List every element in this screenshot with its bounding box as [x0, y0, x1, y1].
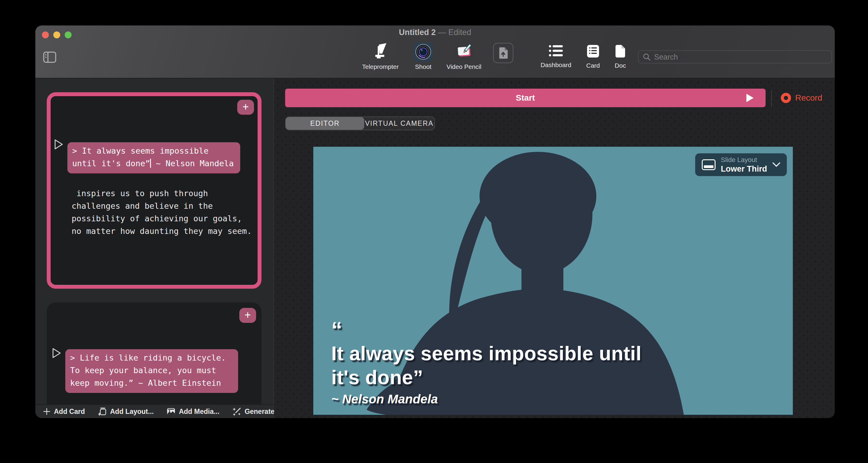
add-card-plus-button[interactable]: +	[237, 100, 254, 115]
magic-wand-icon	[233, 407, 241, 416]
card-list-icon	[587, 44, 599, 58]
app-window: Untitled 2 — Edited	[35, 26, 835, 418]
sidebar-toggle-icon	[43, 51, 56, 63]
record-button[interactable]: Record	[781, 89, 822, 107]
sidebar-footer: Add Card Add Layout...	[35, 404, 274, 418]
camera-lens-icon	[414, 42, 433, 61]
view-mode-tabs: EDITOR VIRTUAL CAMERA	[285, 117, 435, 130]
quote-attribution: ~ Nelson Mandela	[331, 392, 642, 407]
add-card-plus-button[interactable]: +	[239, 308, 256, 323]
record-dot-icon	[781, 93, 791, 103]
chevron-down-icon	[772, 162, 780, 167]
toolbar-label: Card	[586, 62, 600, 69]
highlighted-quote: > Life is like riding a bicycle. To keep…	[65, 349, 238, 393]
search-field[interactable]	[638, 50, 832, 63]
document-title: Untitled 2	[399, 28, 436, 37]
view-dashboard[interactable]: Dashboard	[536, 44, 576, 69]
plus-icon	[43, 408, 50, 415]
desktop: Untitled 2 — Edited	[0, 0, 868, 463]
add-card-button[interactable]: Add Card	[43, 408, 85, 416]
list-dashboard-icon	[549, 44, 563, 57]
search-input[interactable]	[654, 53, 827, 62]
play-outline-icon[interactable]	[52, 347, 62, 359]
photo-icon	[167, 407, 175, 416]
divider	[771, 90, 772, 106]
toolbar-label: Doc	[615, 62, 626, 69]
sidebar-toggle-button[interactable]	[43, 51, 56, 63]
magnifier-icon	[643, 53, 651, 61]
play-filled-icon	[746, 94, 753, 102]
toolbar-label: Teleprompter	[362, 63, 399, 70]
quote-line-1: It always seems impossible until	[331, 341, 642, 365]
slide-layout-label: Slide Layout	[721, 157, 767, 163]
tab-virtual-camera[interactable]: VIRTUAL CAMERA	[364, 117, 434, 130]
titlebar-toolbar: Untitled 2 — Edited	[35, 26, 835, 79]
highlighted-quote: > It always seems impossible until it's …	[67, 142, 240, 174]
document-icon	[615, 44, 626, 58]
slide-layout-dropdown[interactable]: Slide Layout Lower Third	[695, 153, 787, 176]
teleprompter-icon	[371, 42, 390, 61]
video-preview-canvas[interactable]: Slide Layout Lower Third “ It always see…	[313, 147, 793, 415]
add-layout-button[interactable]: Add Layout...	[98, 407, 154, 416]
main-content: Start Record EDITOR VIRTUAL CAMERA	[274, 79, 835, 418]
quote-mark: “	[331, 323, 642, 337]
add-media-button[interactable]: Add Media...	[167, 407, 219, 416]
lower-third-quote-overlay: “ It always seems impossible until it's …	[331, 323, 642, 407]
start-button[interactable]: Start	[285, 89, 766, 107]
layout-plus-icon	[98, 407, 106, 416]
document-upload-icon	[498, 47, 508, 59]
window-title: Untitled 2 — Edited	[35, 27, 835, 37]
lower-third-icon	[702, 159, 716, 170]
play-outline-icon[interactable]	[54, 138, 64, 150]
edited-badge: Edited	[448, 28, 471, 37]
generate-button[interactable]: Generate...	[233, 407, 280, 416]
view-doc[interactable]: Doc	[601, 44, 640, 69]
toolbar-item-video-pencil[interactable]: Video Pencil	[438, 42, 489, 70]
script-card[interactable]: > Life is like riding a bicycle. To keep…	[47, 303, 261, 404]
script-sidebar: > It always seems impossible until it's …	[35, 79, 274, 418]
card-body-text: inspires us to push through challenges a…	[71, 187, 255, 238]
slide-layout-value: Lower Third	[721, 165, 767, 173]
toolbar-label: Shoot	[415, 63, 432, 70]
script-card-selected[interactable]: > It always seems impossible until it's …	[47, 92, 261, 289]
export-document-button[interactable]	[493, 43, 514, 63]
card-list: > It always seems impossible until it's …	[35, 79, 274, 404]
toolbar-label: Video Pencil	[446, 63, 481, 70]
tab-editor[interactable]: EDITOR	[286, 117, 364, 130]
quote-line-2: it's done”	[331, 365, 642, 389]
whiteboard-pencil-icon	[454, 42, 473, 61]
toolbar-label: Dashboard	[540, 61, 571, 69]
